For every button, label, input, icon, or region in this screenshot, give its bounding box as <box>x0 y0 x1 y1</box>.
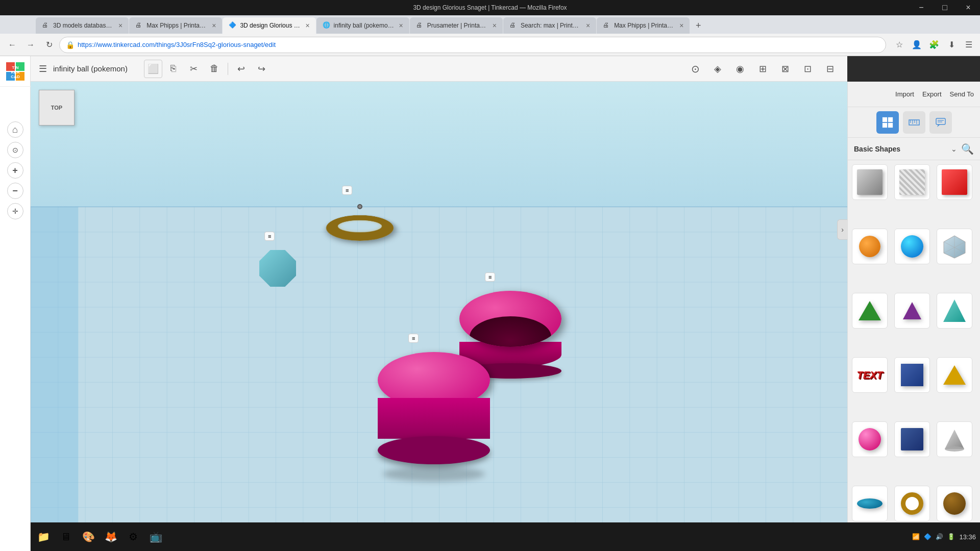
reload-button[interactable]: ↻ <box>41 37 57 53</box>
delete-btn[interactable]: 🗑 <box>205 60 224 78</box>
canvas-area[interactable]: TOP ≡ ≡ ≡ <box>31 82 847 551</box>
tab-2-close[interactable]: × <box>212 21 216 30</box>
search-shapes-button[interactable]: 🔍 <box>961 143 974 155</box>
tab-7-close[interactable]: × <box>679 21 683 30</box>
taskbar-firefox[interactable]: 🦊 <box>101 527 121 547</box>
tab-3-close[interactable]: × <box>305 21 309 30</box>
redo-btn[interactable]: ↪ <box>253 60 271 78</box>
ring-object-label: ≡ <box>342 186 352 195</box>
tab-3-active[interactable]: 🔷 3D design Glorious Snaget... × <box>223 17 315 34</box>
select-tool[interactable]: ⬜ <box>144 60 162 78</box>
tab-6[interactable]: 🖨 Search: max | Printables.co... × <box>503 17 596 34</box>
view-tool[interactable]: ⊙ <box>686 60 704 78</box>
hamburger-icon[interactable]: ☰ <box>39 63 47 74</box>
shape-pyramid-gold[interactable] <box>937 357 972 393</box>
shape-text-red[interactable]: TEXT <box>852 357 888 393</box>
firefox-account-button[interactable]: 👤 <box>910 38 924 52</box>
project-header: ☰ infinity ball (pokemon) ⬜ ⎘ ✂ 🗑 ↩ ↪ ⊙ … <box>31 56 847 82</box>
ruler-btn[interactable] <box>903 111 925 134</box>
shape-cone-grey[interactable] <box>937 421 972 457</box>
extensions-button[interactable]: 🧩 <box>927 38 941 52</box>
tab-5[interactable]: 🖨 Prusameter | Printables.com × <box>410 17 503 34</box>
align-tool-5[interactable]: ⊡ <box>798 60 817 78</box>
ring-object[interactable]: ≡ <box>327 204 393 247</box>
shape-grid-btn[interactable] <box>876 111 899 134</box>
shape-cylinder-orange[interactable] <box>852 229 888 264</box>
mirror-tool[interactable]: ⊟ <box>821 60 839 78</box>
title-bar: 3D design Glorious Snaget | Tinkercad — … <box>0 0 980 15</box>
tab-4-close[interactable]: × <box>399 21 403 30</box>
svg-rect-13 <box>883 123 887 128</box>
back-button[interactable]: ← <box>4 37 20 53</box>
zoom-in-btn[interactable]: + <box>7 162 23 179</box>
view-cube[interactable]: TOP <box>39 90 75 126</box>
align-tool-3[interactable]: ⊞ <box>753 60 772 78</box>
shape-pyramid-purple[interactable] <box>894 293 930 329</box>
shape-disc-teal[interactable] <box>852 486 888 521</box>
align-tool-2[interactable]: ◉ <box>731 60 749 78</box>
taskbar-files[interactable]: 📁 <box>33 527 54 547</box>
taskbar-terminal[interactable]: 🖥 <box>56 527 76 547</box>
shape-sphere-pink[interactable] <box>852 421 888 457</box>
shape-sphere-blue[interactable] <box>894 229 930 264</box>
category-dropdown-icon[interactable]: ⌄ <box>951 145 957 153</box>
toolbar-separator-1 <box>228 63 228 75</box>
align-tool-4[interactable]: ⊠ <box>776 60 794 78</box>
notes-btn[interactable] <box>929 111 952 134</box>
download-button[interactable]: ⬇ <box>944 38 959 52</box>
cyl-bottom-object[interactable]: ≡ <box>378 352 490 482</box>
panel-collapse-button[interactable]: › <box>837 219 847 240</box>
tab-6-label: Search: max | Printables.co... <box>521 22 582 29</box>
maximize-button[interactable]: □ <box>933 0 957 15</box>
shape-box-grey[interactable] <box>852 164 888 200</box>
zoom-out-btn[interactable]: − <box>7 183 23 199</box>
ring-handle[interactable] <box>357 204 362 209</box>
minimize-button[interactable]: − <box>910 0 933 15</box>
bookmark-button[interactable]: ☆ <box>892 38 906 52</box>
import-button[interactable]: Import <box>895 90 914 98</box>
copy-btn[interactable]: ⎘ <box>164 60 183 78</box>
shape-torus-tan[interactable] <box>894 486 930 521</box>
tab-1-close[interactable]: × <box>118 21 122 30</box>
tinkercad-logo[interactable]: TIN KER CAD <box>0 56 31 87</box>
shape-box-hole[interactable] <box>894 164 930 200</box>
cube-navy-shape <box>901 364 923 386</box>
fit-view-btn[interactable]: ✛ <box>7 203 23 219</box>
tab-7[interactable]: 🖨 Max Phipps | Printables.com × <box>597 17 690 34</box>
shape-box-red[interactable] <box>937 164 972 200</box>
tab-4[interactable]: 🌐 infinity ball (pokemon) : Ed... × <box>316 17 409 34</box>
shape-prism-teal[interactable] <box>937 293 972 329</box>
export-button[interactable]: Export <box>922 90 942 98</box>
cyl-bottom-shape <box>378 352 490 482</box>
tab-3-favicon: 🔷 <box>229 21 237 30</box>
home-view-btn[interactable]: ⌂ <box>7 121 23 138</box>
tab-5-close[interactable]: × <box>493 21 497 30</box>
taskbar-blender[interactable]: 🎨 <box>78 527 99 547</box>
send-to-button[interactable]: Send To <box>950 90 974 98</box>
forward-button[interactable]: → <box>22 37 39 53</box>
address-bar[interactable]: 🔒 https://www.tinkercad.com/things/3J0sr… <box>59 37 886 53</box>
view-cube-label: TOP <box>51 105 62 111</box>
toolbar-actions: ⬜ ⎘ ✂ 🗑 ↩ ↪ <box>144 60 271 78</box>
new-tab-button[interactable]: + <box>690 17 706 34</box>
tab-1[interactable]: 🖨 3D models database | Print... × <box>36 17 129 34</box>
shape-mesh[interactable] <box>937 229 972 264</box>
tab-6-close[interactable]: × <box>586 21 590 30</box>
tab-6-favicon: 🖨 <box>509 21 518 30</box>
tab-2[interactable]: 🖨 Max Phipps | Printables.com × <box>129 17 222 34</box>
cut-btn[interactable]: ✂ <box>185 60 203 78</box>
taskbar-monitor[interactable]: 📺 <box>145 527 166 547</box>
shape-nut-brown[interactable] <box>937 486 972 521</box>
align-tool-1[interactable]: ◈ <box>708 60 727 78</box>
orbit-btn[interactable]: ⊙ <box>7 142 23 158</box>
shape-pyramid-green[interactable] <box>852 293 888 329</box>
volume-icon: 🔊 <box>936 533 943 540</box>
tab-1-favicon: 🖨 <box>42 21 50 30</box>
taskbar-settings[interactable]: ⚙ <box>123 527 143 547</box>
shape-box-navy2[interactable] <box>894 421 930 457</box>
undo-btn[interactable]: ↩ <box>232 60 251 78</box>
octagon-object[interactable]: ≡ <box>259 250 296 287</box>
close-button[interactable]: × <box>957 0 980 15</box>
menu-button[interactable]: ☰ <box>962 38 976 52</box>
shape-cube-navy[interactable] <box>894 357 930 393</box>
